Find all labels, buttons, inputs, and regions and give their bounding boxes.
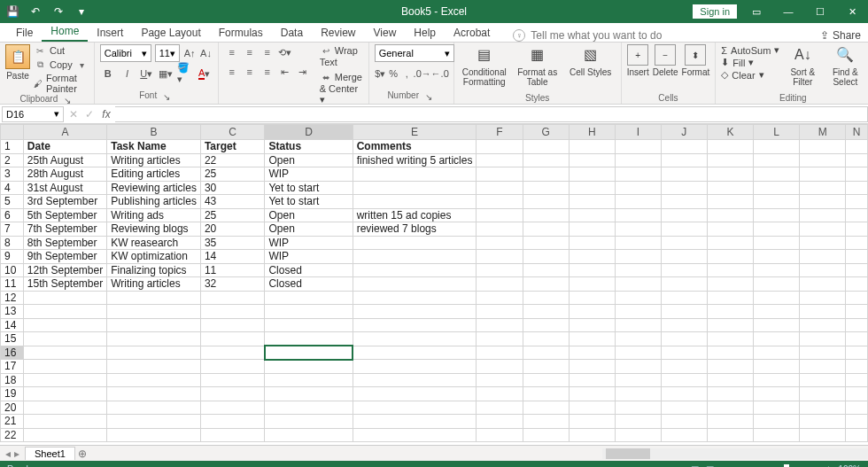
cell[interactable]: 43: [200, 195, 265, 209]
cell[interactable]: [753, 263, 799, 277]
cell[interactable]: [523, 222, 569, 237]
cell[interactable]: [615, 346, 661, 360]
cell[interactable]: [615, 236, 661, 250]
cell[interactable]: [569, 332, 615, 346]
cell[interactable]: [477, 277, 523, 292]
ribbon-display-icon[interactable]: ▭: [744, 3, 769, 20]
cell[interactable]: 28th August: [23, 167, 106, 182]
cell[interactable]: [523, 415, 569, 429]
cell[interactable]: [477, 332, 523, 346]
sheet-nav-next-icon[interactable]: ▸: [14, 448, 19, 460]
find-select-button[interactable]: 🔍Find & Select: [825, 44, 864, 87]
cell[interactable]: [353, 195, 477, 209]
cell[interactable]: Writing ads: [107, 208, 201, 222]
cell[interactable]: [523, 346, 569, 360]
increase-font-icon[interactable]: A↑: [183, 45, 196, 61]
cell[interactable]: [353, 167, 477, 182]
copy-button[interactable]: ⧉Copy▾: [34, 58, 89, 71]
cell[interactable]: [523, 373, 569, 387]
orientation-icon[interactable]: ⟲▾: [277, 44, 293, 60]
cell[interactable]: [477, 291, 523, 305]
cell[interactable]: [846, 140, 868, 154]
cell[interactable]: 7th September: [23, 222, 106, 237]
cell[interactable]: [707, 318, 753, 332]
cell[interactable]: [661, 387, 707, 401]
cell[interactable]: Open: [265, 222, 353, 237]
cell[interactable]: [23, 291, 106, 305]
sheet-nav-prev-icon[interactable]: ◂: [5, 448, 11, 460]
delete-cells-button[interactable]: −Delete: [653, 44, 678, 77]
row-header[interactable]: 18: [1, 373, 24, 387]
row-header[interactable]: 22: [1, 428, 24, 442]
cell[interactable]: [707, 291, 753, 305]
cell[interactable]: [846, 373, 868, 387]
cell[interactable]: [477, 305, 523, 319]
cell[interactable]: [707, 332, 753, 346]
cell[interactable]: [846, 153, 868, 167]
cell[interactable]: [846, 291, 868, 305]
clear-button[interactable]: ◇Clear ▾: [721, 69, 779, 81]
redo-icon[interactable]: ↷: [50, 3, 67, 20]
tab-review[interactable]: Review: [312, 23, 364, 42]
cell[interactable]: [523, 332, 569, 346]
cell[interactable]: [523, 360, 569, 374]
column-header[interactable]: L: [753, 125, 799, 140]
cell[interactable]: [107, 387, 201, 401]
column-header[interactable]: B: [107, 125, 201, 140]
cell[interactable]: [353, 250, 477, 264]
format-painter-button[interactable]: 🖌Format Painter: [34, 73, 89, 94]
cell[interactable]: [707, 387, 753, 401]
cell[interactable]: [800, 277, 846, 292]
cell[interactable]: [569, 346, 615, 360]
cell[interactable]: [523, 387, 569, 401]
increase-indent-icon[interactable]: ⇥: [295, 64, 311, 80]
column-header[interactable]: I: [615, 125, 661, 140]
cell[interactable]: [523, 305, 569, 319]
cell[interactable]: [846, 387, 868, 401]
row-header[interactable]: 20: [1, 401, 24, 415]
cell[interactable]: [846, 236, 868, 250]
fill-color-button[interactable]: 🪣▾: [177, 66, 193, 82]
cell[interactable]: [23, 346, 106, 360]
cell[interactable]: Open: [265, 153, 353, 167]
cell[interactable]: [200, 373, 265, 387]
tab-formulas[interactable]: Formulas: [210, 23, 272, 42]
cell[interactable]: [707, 346, 753, 360]
cell[interactable]: KW reasearch: [107, 236, 201, 250]
cell[interactable]: [661, 346, 707, 360]
cell[interactable]: [846, 181, 868, 195]
cell[interactable]: [753, 346, 799, 360]
cell[interactable]: 32: [200, 277, 265, 292]
cell[interactable]: [846, 318, 868, 332]
row-header[interactable]: 16: [1, 346, 24, 360]
font-name-combo[interactable]: Calibri▾: [100, 44, 151, 62]
column-header[interactable]: N: [846, 125, 868, 140]
cell[interactable]: [477, 346, 523, 360]
cell[interactable]: [200, 415, 265, 429]
cell[interactable]: [661, 208, 707, 222]
cell[interactable]: [477, 222, 523, 237]
tab-insert[interactable]: Insert: [88, 23, 132, 42]
cell[interactable]: [615, 360, 661, 374]
cell[interactable]: [707, 263, 753, 277]
cell[interactable]: [615, 291, 661, 305]
cell[interactable]: [800, 236, 846, 250]
cell[interactable]: Reviewing articles: [107, 181, 201, 195]
number-format-combo[interactable]: General▾: [375, 44, 454, 62]
decrease-decimal-icon[interactable]: ←.0: [432, 66, 448, 82]
column-header[interactable]: K: [707, 125, 753, 140]
cell[interactable]: [707, 305, 753, 319]
cell[interactable]: [353, 236, 477, 250]
cell[interactable]: [265, 415, 353, 429]
cell[interactable]: [523, 428, 569, 442]
cell[interactable]: [753, 181, 799, 195]
cell[interactable]: [477, 250, 523, 264]
maximize-icon[interactable]: ☐: [808, 3, 833, 20]
cell[interactable]: [846, 195, 868, 209]
cell[interactable]: [569, 263, 615, 277]
cell[interactable]: [353, 318, 477, 332]
align-center-icon[interactable]: ≡: [242, 64, 258, 80]
cell[interactable]: [661, 415, 707, 429]
cell[interactable]: [23, 373, 106, 387]
italic-button[interactable]: I: [120, 66, 136, 82]
